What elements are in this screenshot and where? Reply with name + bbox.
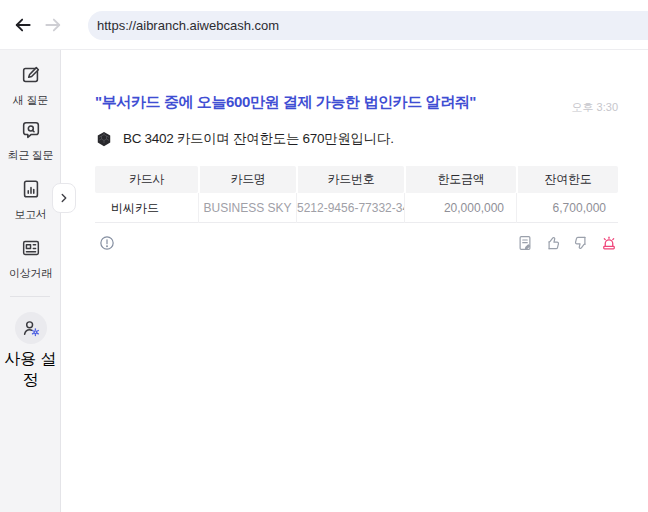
cell-card-company: 비씨카드: [95, 193, 198, 223]
thumbs-up-icon[interactable]: [544, 234, 562, 252]
sidebar-item-label: 이상거래: [9, 267, 52, 279]
user-question-text: "부서카드 중에 오늘600만원 결제 가능한 법인카드 알려줘": [95, 93, 595, 112]
chevron-right-icon: [57, 191, 71, 205]
hexagon-logo-icon: [95, 130, 113, 148]
compose-icon: [20, 64, 42, 86]
column-header-limit-amount: 한도금액: [404, 166, 516, 193]
column-header-remaining-limit: 잔여한도: [516, 166, 618, 193]
card-table: 카드사 카드명 카드번호 한도금액 잔여한도 비씨카드 BUSINESS SKY…: [95, 166, 618, 223]
assistant-answer-text: BC 3402 카드이며 잔여한도는 670만원입니다.: [123, 130, 394, 148]
sidebar-item-new-question[interactable]: 새 질문: [0, 64, 61, 108]
chat-main-area: "부서카드 중에 오늘600만원 결제 가능한 법인카드 알려줘" 오후 3:3…: [61, 50, 648, 512]
cell-limit-amount: 20,000,000: [404, 193, 516, 223]
assistant-answer-row: BC 3402 카드이며 잔여한도는 670만원입니다.: [95, 130, 394, 148]
sidebar-item-label: 보고서: [14, 208, 46, 220]
back-arrow-icon[interactable]: [13, 15, 33, 35]
card-table-header-row: 카드사 카드명 카드번호 한도금액 잔여한도: [95, 166, 618, 193]
document-report-icon[interactable]: [516, 234, 534, 252]
info-circle-icon[interactable]: [98, 234, 116, 252]
table-row: 비씨카드 BUSINESS SKY 5212-9456-77332-3402 2…: [95, 193, 618, 223]
thumbs-down-icon[interactable]: [572, 234, 590, 252]
column-header-card-company: 카드사: [95, 166, 198, 193]
answer-action-bar: [516, 234, 618, 252]
cell-card-number: 5212-9456-77332-3402: [296, 193, 404, 223]
message-timestamp: 오후 3:30: [572, 100, 618, 115]
sidebar-item-user-settings[interactable]: 사용 설정: [0, 312, 61, 391]
abnormal-transactions-icon: [20, 237, 42, 259]
cell-remaining-limit: 6,700,000: [516, 193, 618, 223]
address-bar[interactable]: https://aibranch.aiwebcash.com: [88, 11, 648, 40]
app-root: https://aibranch.aiwebcash.com 새 질문 최근 질…: [0, 0, 648, 512]
sidebar-expand-button[interactable]: [52, 183, 76, 213]
forward-arrow-icon[interactable]: [43, 15, 63, 35]
cell-card-name: BUSINESS SKY: [198, 193, 296, 223]
sidebar-item-label: 새 질문: [13, 94, 48, 106]
user-settings-gear-icon: [15, 312, 47, 344]
column-header-card-number: 카드번호: [296, 166, 404, 193]
sidebar: 새 질문 최근 질문 보고서 이상거래 사용 설정: [0, 50, 61, 512]
recent-questions-icon: [20, 119, 42, 141]
column-header-card-name: 카드명: [198, 166, 296, 193]
sidebar-item-label: 최근 질문: [8, 149, 54, 161]
sidebar-divider: [10, 296, 50, 297]
report-icon: [20, 178, 42, 200]
sidebar-item-label: 사용 설정: [4, 350, 56, 388]
alarm-siren-icon[interactable]: [600, 234, 618, 252]
sidebar-item-abnormal-transactions[interactable]: 이상거래: [0, 237, 61, 281]
sidebar-item-recent-questions[interactable]: 최근 질문: [0, 119, 61, 163]
browser-top-bar: https://aibranch.aiwebcash.com: [0, 0, 648, 50]
